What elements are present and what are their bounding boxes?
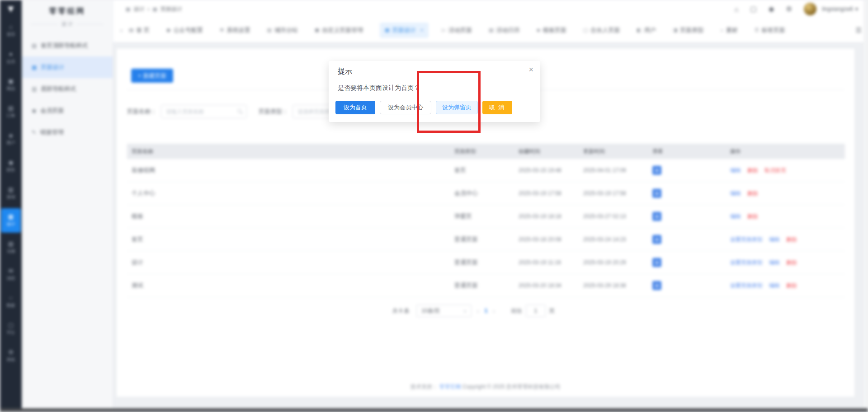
tab-item[interactable]: ⚙ 系统设置 — [220, 26, 250, 34]
sidebar-menu-item[interactable]: ▤ 首页顶部导航样式 — [22, 35, 113, 56]
rail-nav-item[interactable]: ✉ 消息 — [1, 262, 21, 287]
delete-link[interactable]: 删除 — [786, 282, 797, 290]
breadcrumb-item-page-design[interactable]: 页面设计 — [160, 5, 182, 13]
new-page-button[interactable]: + 新建页面 — [131, 69, 173, 83]
view-page-icon[interactable]: ≣ — [652, 235, 661, 244]
dialog-button[interactable]: 设为首页 — [335, 101, 375, 114]
sidebar-item-icon: ▤ — [32, 42, 37, 49]
sidebar-menu-item[interactable]: ✎ 链接管理 — [22, 122, 113, 143]
prev-page-icon[interactable]: ‹ — [477, 308, 479, 314]
rail-nav-item[interactable]: ● 会员 — [1, 46, 21, 70]
delete-link[interactable]: 删除 — [747, 213, 758, 220]
breadcrumb-item-design[interactable]: 设计 — [133, 5, 144, 13]
tab-item[interactable]: ▧ 活动日历 — [489, 26, 519, 34]
cell-page-name: 个人中心 — [127, 189, 450, 197]
set-page-type-link[interactable]: 设置页面类型 — [730, 236, 763, 243]
footer-link[interactable]: 零零官网 — [439, 384, 461, 390]
tab-item[interactable]: ▢ 合伙人页面 — [583, 26, 620, 34]
goto-page-input[interactable] — [526, 304, 546, 317]
rail-nav-item[interactable]: ⌂ 首页 — [1, 19, 21, 43]
user-avatar[interactable] — [804, 3, 816, 15]
set-page-type-link[interactable]: 设置页面类型 — [730, 282, 763, 290]
rail-nav-item[interactable]: ▢ 平台 — [1, 317, 21, 341]
tab-item[interactable]: ◨ 页面类型 — [673, 26, 703, 34]
home-icon[interactable]: ⌂ — [734, 5, 738, 13]
dialog-message: 是否要将本页面设计为首页？ — [338, 84, 420, 92]
tab-item[interactable]: ▷ 活动页面 — [442, 26, 472, 34]
search-icon[interactable] — [237, 109, 241, 113]
edit-link[interactable]: 编辑 — [769, 236, 780, 243]
edit-link[interactable]: 编辑 — [730, 167, 741, 174]
rail-nav-item[interactable]: ▧ 仓储 — [1, 235, 21, 260]
next-page-icon[interactable]: › — [493, 308, 495, 314]
rail-nav-item[interactable]: ○ 数据 — [1, 290, 21, 314]
delete-link[interactable]: 删除 — [747, 190, 758, 197]
breadcrumb[interactable]: ▦ 设计 › ▦ 页面设计 — [126, 5, 182, 13]
tab-item[interactable]: ▥ 城市分站 — [267, 26, 298, 34]
sidebar-menu-item[interactable]: ▦ 页面设计 — [22, 56, 113, 78]
tab-item[interactable]: ▦ 页面设计 × — [380, 23, 428, 38]
page-name-input[interactable] — [161, 105, 247, 118]
rail-nav-item[interactable]: ⚙ 系统 — [1, 344, 21, 368]
edit-link[interactable]: 编辑 — [730, 190, 741, 197]
set-page-type-link[interactable]: 设置页面类型 — [730, 259, 763, 267]
tab-item[interactable]: ▣ 自定义页面管理 — [315, 26, 363, 34]
tab-label: 首 页 — [136, 26, 150, 34]
user-menu[interactable]: lingxiangzw6 ▾ — [822, 6, 858, 12]
rail-item-label: 营销 — [7, 194, 15, 200]
view-page-icon[interactable]: ≣ — [652, 281, 661, 290]
dialog-button[interactable]: 设为会员中心 — [380, 101, 431, 114]
page-size-select[interactable]: 10条/页 ∨ — [416, 304, 472, 317]
cell-updated: 2025-03-29 18:38 — [579, 282, 648, 289]
app-logo-icon: ▼ — [6, 4, 16, 14]
tab-icon: ◈ — [537, 27, 540, 33]
tab-item[interactable]: ◉ 公众号配置 — [166, 26, 203, 34]
rail-item-icon: ▦ — [8, 214, 14, 220]
sidebar-menu-item[interactable]: ◉ 会员页面 — [22, 100, 113, 122]
header-actions: 操作 — [726, 148, 845, 155]
delete-link[interactable]: 删除 — [786, 259, 797, 267]
sidebar-item-label: 首页顶部导航样式 — [41, 42, 88, 50]
sidebar-menu-item[interactable]: ▥ 底部导航样式 — [22, 78, 113, 100]
cell-updated: 2025-03-19 20:29 — [579, 259, 648, 266]
rail-nav-item[interactable]: ◉ 财务 — [1, 154, 21, 178]
dialog-button[interactable]: 取 消 — [482, 101, 512, 114]
rail-nav-item[interactable]: ▥ 营销 — [1, 181, 21, 206]
tab-icon: ▤ — [129, 27, 133, 33]
rail-nav-item[interactable]: ▣ 商品 — [1, 73, 21, 97]
bell-icon[interactable]: ◉ — [769, 5, 774, 13]
fullscreen-icon[interactable]: ▢ — [750, 5, 757, 13]
view-page-icon[interactable]: ≣ — [652, 166, 661, 175]
cancel-home-link[interactable]: 取消首页 — [764, 167, 786, 174]
delete-link[interactable]: 删除 — [747, 167, 758, 174]
edit-link[interactable]: 编辑 — [769, 259, 780, 267]
edit-link[interactable]: 编辑 — [769, 282, 780, 290]
tab-item[interactable]: ◈ 模板页面 — [537, 26, 566, 34]
rail-nav-item[interactable]: ▤ 订单 — [1, 100, 21, 124]
row-actions: 编辑 删除 取消首页 — [726, 167, 845, 174]
close-icon[interactable]: × — [528, 65, 533, 75]
cell-created: 2025-03-19 11:16 — [514, 259, 579, 266]
tabs-scroll-left-icon[interactable]: ‹ — [120, 26, 123, 34]
tab-item[interactable]: ○ 素材 — [720, 26, 738, 34]
edit-link[interactable]: 编辑 — [730, 213, 741, 220]
tab-item[interactable]: ☰ 标签页面 — [755, 26, 785, 34]
rail-nav-item[interactable]: ◈ 商户 — [1, 127, 21, 151]
scrollbar[interactable] — [863, 0, 868, 412]
view-page-icon[interactable]: ≣ — [652, 258, 661, 267]
gear-icon[interactable]: ⚙ — [786, 5, 792, 13]
rail-nav-item[interactable]: ▦ 设计 — [1, 208, 21, 233]
tab-item[interactable]: ▤ 首 页 — [129, 26, 150, 34]
tabs-menu-icon[interactable]: ☰ — [856, 26, 862, 34]
tab-close-icon[interactable]: × — [420, 27, 424, 33]
cell-page-name: 装修组网 — [127, 166, 450, 174]
dialog-button[interactable]: 设为弹窗页 — [436, 101, 478, 114]
tab-icon: ▷ — [442, 27, 446, 33]
tab-item[interactable]: ◧ 用户 — [637, 26, 656, 34]
view-page-icon[interactable]: ≣ — [652, 189, 661, 198]
view-page-icon[interactable]: ≣ — [652, 212, 661, 221]
current-page-number[interactable]: 1 — [485, 308, 488, 314]
cell-updated: 2025-03-19 17:58 — [579, 190, 648, 197]
delete-link[interactable]: 删除 — [786, 236, 797, 243]
sidebar-subtitle: 设 计 — [31, 21, 104, 28]
